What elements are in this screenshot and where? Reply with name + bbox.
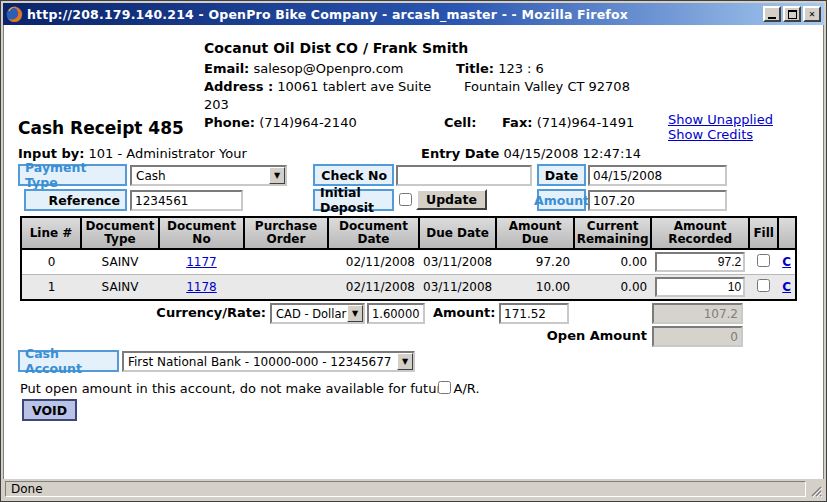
- input-by-label: Input by:: [18, 146, 84, 161]
- open-amount-checkbox[interactable]: [438, 381, 451, 394]
- amount-label: Amount: [537, 189, 586, 211]
- show-unapplied-link[interactable]: Show Unapplied: [668, 112, 773, 127]
- cell-line: 1: [21, 275, 81, 301]
- cash-account-select[interactable]: First National Bank - 10000-000 - 123456…: [122, 351, 415, 372]
- cell-amount-recorded: [651, 275, 749, 301]
- address-line2: Fountain Valley CT 92708: [464, 78, 630, 114]
- update-button[interactable]: Update: [416, 189, 487, 210]
- col-doc-no: Document No: [159, 217, 244, 249]
- cell-current-remaining: 0.00: [574, 275, 651, 301]
- document-link[interactable]: 1178: [186, 280, 217, 294]
- cell-amount-due: 10.00: [496, 275, 574, 301]
- col-doc-date: Document Date: [328, 217, 419, 249]
- chevron-down-icon[interactable]: ▼: [397, 353, 413, 370]
- firefox-icon: [6, 6, 23, 23]
- maximize-button[interactable]: [783, 6, 801, 22]
- show-credits-link[interactable]: Show Credits: [668, 127, 773, 142]
- title-bar[interactable]: http://208.179.140.214 - OpenPro Bike Co…: [3, 3, 824, 25]
- cell-doc-no: 1177: [159, 249, 244, 275]
- col-due-date: Due Date: [419, 217, 496, 249]
- cell-label: Cell:: [444, 115, 476, 130]
- payment-type-label: Payment Type: [18, 164, 127, 186]
- col-current-remaining: Current Remaining: [574, 217, 651, 249]
- currency-value: CAD - Dollar: [272, 307, 347, 321]
- recorded-total-field: [652, 303, 743, 324]
- col-doc-type: Document Type: [81, 217, 159, 249]
- initial-deposit-label: Initial Deposit: [313, 189, 394, 211]
- page-content: Cocanut Oil Dist CO / Frank Smith Email:…: [3, 25, 824, 479]
- window-title: http://208.179.140.214 - OpenPro Bike Co…: [27, 7, 761, 22]
- c-link[interactable]: C: [782, 280, 791, 294]
- documents-table: Line # Document Type Document No Purchas…: [20, 216, 797, 301]
- status-bar: Done: [3, 479, 824, 499]
- minimize-button[interactable]: [763, 6, 781, 22]
- currency-amount-input[interactable]: [499, 303, 569, 324]
- rate-input[interactable]: [367, 303, 425, 324]
- cell-po: [244, 249, 328, 275]
- phone-value: (714)964-2140: [259, 115, 357, 130]
- browser-window: http://208.179.140.214 - OpenPro Bike Co…: [0, 0, 827, 502]
- cell-fill: [749, 249, 778, 275]
- col-blank: [778, 217, 796, 249]
- amount-recorded-input[interactable]: [655, 252, 745, 272]
- cell-c: C: [778, 249, 796, 275]
- entry-date-label: Entry Date: [421, 146, 499, 161]
- input-by: Input by: 101 - Administrator Your: [18, 146, 247, 161]
- fill-checkbox[interactable]: [757, 279, 770, 292]
- payment-type-select[interactable]: Cash ▼: [130, 165, 287, 186]
- input-by-value: 101 - Administrator Your: [89, 146, 247, 161]
- cell-doc-type: SAINV: [81, 275, 159, 301]
- col-amount-recorded: Amount Recorded: [651, 217, 749, 249]
- phone-label: Phone:: [204, 115, 255, 130]
- date-input[interactable]: [588, 165, 727, 186]
- currency-amount-label: Amount:: [433, 305, 495, 320]
- open-amount-note: Put open amount in this account, do not …: [20, 381, 480, 396]
- c-link[interactable]: C: [782, 255, 791, 269]
- open-amount-field: [652, 326, 743, 347]
- reference-input[interactable]: [130, 190, 243, 211]
- cell-fill: [749, 275, 778, 301]
- chevron-down-icon[interactable]: ▼: [269, 167, 285, 184]
- title-value: 123 : 6: [498, 61, 544, 76]
- fax-value: (714)964-1491: [537, 115, 635, 130]
- cell-current-remaining: 0.00: [574, 249, 651, 275]
- cell-doc-date: 02/11/2008: [328, 275, 419, 301]
- initial-deposit-checkbox[interactable]: [399, 193, 412, 206]
- payment-type-value: Cash: [132, 169, 269, 183]
- customer-name: Cocanut Oil Dist CO / Frank Smith: [204, 39, 764, 57]
- void-button[interactable]: VOID: [22, 399, 77, 421]
- cell-c: C: [778, 275, 796, 301]
- check-no-label: Check No: [313, 164, 394, 186]
- table-row: 0 SAINV 1177 02/11/2008 03/11/2008 97.20…: [21, 249, 796, 275]
- col-purchase-order: Purchase Order: [244, 217, 328, 249]
- cell-amount-due: 97.20: [496, 249, 574, 275]
- close-button[interactable]: ✕: [803, 6, 821, 22]
- entry-date: Entry Date 04/15/2008 12:47:14: [421, 146, 641, 161]
- status-text: Done: [5, 481, 806, 497]
- currency-rate-label: Currency/Rate:: [144, 305, 266, 320]
- cell-po: [244, 275, 328, 301]
- table-row: 1 SAINV 1178 02/11/2008 03/11/2008 10.00…: [21, 275, 796, 301]
- entry-date-value: 04/15/2008 12:47:14: [504, 146, 641, 161]
- address-label: Address :: [204, 79, 273, 94]
- fill-checkbox[interactable]: [757, 254, 770, 267]
- cell-doc-no: 1178: [159, 275, 244, 301]
- open-amount-label: Open Amount: [509, 328, 647, 343]
- col-line: Line #: [21, 217, 81, 249]
- cash-account-value: First National Bank - 10000-000 - 123456…: [124, 355, 397, 369]
- resize-grip-icon[interactable]: [808, 481, 822, 497]
- page-title: Cash Receipt 485: [18, 118, 184, 138]
- currency-select[interactable]: CAD - Dollar ▼: [270, 303, 365, 324]
- table-header-row: Line # Document Type Document No Purchas…: [21, 217, 796, 249]
- fax-label: Fax:: [502, 115, 532, 130]
- amount-input[interactable]: [588, 190, 727, 211]
- document-link[interactable]: 1177: [186, 255, 217, 269]
- cell-amount-recorded: [651, 249, 749, 275]
- chevron-down-icon[interactable]: ▼: [347, 305, 363, 322]
- col-fill: Fill: [749, 217, 778, 249]
- check-no-input[interactable]: [396, 165, 532, 186]
- date-label: Date: [537, 164, 586, 186]
- cell-due-date: 03/11/2008: [419, 249, 496, 275]
- cell-due-date: 03/11/2008: [419, 275, 496, 301]
- amount-recorded-input[interactable]: [655, 277, 745, 297]
